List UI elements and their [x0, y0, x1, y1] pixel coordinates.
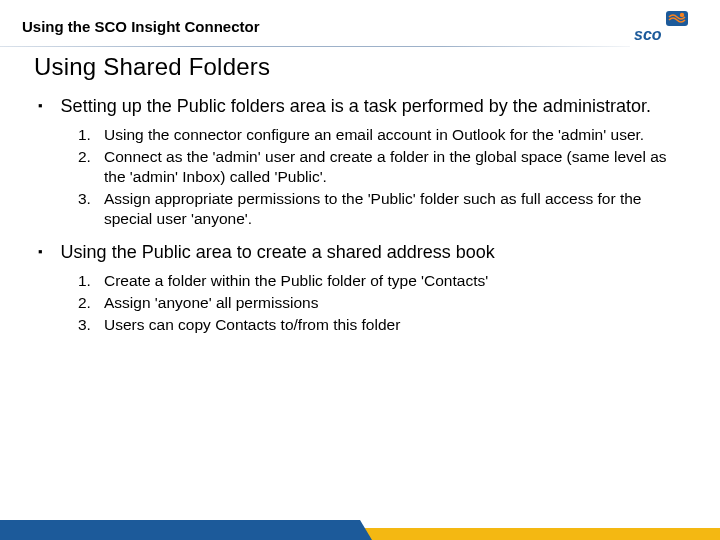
numbered-list: 1.Create a folder within the Public fold…	[78, 271, 692, 335]
svg-text:sco: sco	[634, 26, 662, 43]
bullet-item: ▪ Using the Public area to create a shar…	[34, 241, 692, 263]
bullet-text: Setting up the Public folders area is a …	[61, 95, 651, 117]
list-item: 3.Assign appropriate permissions to the …	[78, 189, 692, 229]
square-bullet-icon: ▪	[38, 241, 43, 263]
section-title: Using Shared Folders	[34, 53, 692, 81]
slide-content: Using Shared Folders ▪ Setting up the Pu…	[0, 35, 720, 335]
list-number: 3.	[78, 189, 96, 229]
footer-bar	[0, 510, 720, 540]
list-text: Assign appropriate permissions to the 'P…	[104, 189, 692, 229]
list-number: 1.	[78, 271, 96, 291]
svg-rect-0	[666, 11, 688, 26]
list-item: 3.Users can copy Contacts to/from this f…	[78, 315, 692, 335]
slide-header: Using the SCO Insight Connector sco	[0, 0, 720, 35]
bullet-text: Using the Public area to create a shared…	[61, 241, 495, 263]
list-item: 1.Using the connector configure an email…	[78, 125, 692, 145]
header-title: Using the SCO Insight Connector	[22, 18, 720, 35]
list-item: 1.Create a folder within the Public fold…	[78, 271, 692, 291]
list-text: Connect as the 'admin' user and create a…	[104, 147, 692, 187]
list-item: 2.Connect as the 'admin' user and create…	[78, 147, 692, 187]
numbered-list: 1.Using the connector configure an email…	[78, 125, 692, 229]
square-bullet-icon: ▪	[38, 95, 43, 117]
bullet-item: ▪ Setting up the Public folders area is …	[34, 95, 692, 117]
header-divider	[0, 46, 720, 48]
list-item: 2.Assign 'anyone' all permissions	[78, 293, 692, 313]
list-number: 1.	[78, 125, 96, 145]
list-text: Assign 'anyone' all permissions	[104, 293, 318, 313]
sco-logo-icon: sco	[618, 10, 696, 44]
list-number: 2.	[78, 293, 96, 313]
list-text: Using the connector configure an email a…	[104, 125, 644, 145]
svg-point-1	[680, 13, 684, 17]
list-number: 2.	[78, 147, 96, 187]
list-text: Create a folder within the Public folder…	[104, 271, 488, 291]
list-number: 3.	[78, 315, 96, 335]
slide: Using the SCO Insight Connector sco Usin…	[0, 0, 720, 540]
list-text: Users can copy Contacts to/from this fol…	[104, 315, 400, 335]
footer-blue-bar	[0, 520, 360, 540]
